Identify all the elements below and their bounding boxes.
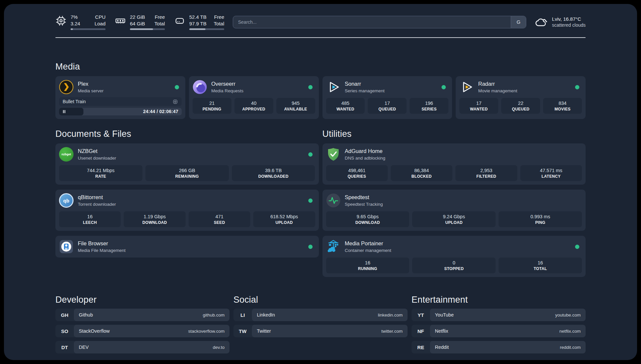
stat-upload: 618.52 Mbps UPLOAD bbox=[253, 211, 315, 227]
app-subtitle: Torrent downloader bbox=[78, 202, 116, 207]
section-title-utilities: Utilities bbox=[322, 129, 586, 139]
portainer-icon bbox=[326, 239, 341, 254]
pause-icon[interactable] bbox=[62, 109, 67, 114]
app-card-nzbget[interactable]: nzbget NZBGet Usenet downloader 744.21 M… bbox=[55, 143, 319, 185]
status-online-dot bbox=[308, 245, 313, 249]
app-card-qbittorrent[interactable]: qb qBittorrent Torrent downloader 16 LEE… bbox=[55, 190, 319, 231]
app-subtitle: Media server bbox=[78, 88, 104, 93]
cpu-load-value: 3.24 bbox=[71, 20, 80, 27]
app-subtitle: Media Requests bbox=[211, 88, 244, 93]
system-metrics: 7% 3.24 CPU Load bbox=[55, 14, 224, 30]
bookmark-stackoverflow[interactable]: SO StackOverflow stackoverflow.com bbox=[55, 325, 229, 337]
now-playing-title: Bullet Train bbox=[63, 99, 86, 104]
header-divider bbox=[55, 37, 586, 38]
app-name: Media Portainer bbox=[345, 240, 391, 247]
app-name: File Browser bbox=[78, 240, 126, 247]
app-subtitle: Container management bbox=[345, 248, 391, 253]
bookmark-github[interactable]: GH Github github.com bbox=[55, 309, 229, 321]
app-subtitle: Series management bbox=[345, 88, 385, 93]
stat-total: 16 TOTAL bbox=[499, 258, 582, 273]
dashboard-panel: 7% 3.24 CPU Load bbox=[4, 4, 637, 360]
cloud-icon bbox=[535, 15, 548, 29]
app-card-plex[interactable]: Plex Media server Bullet Train bbox=[55, 76, 185, 119]
app-subtitle: Speedtest Tracking bbox=[345, 202, 383, 207]
app-subtitle: Media File Management bbox=[78, 248, 126, 253]
bookmark-linkedin[interactable]: LI LinkedIn linkedin.com bbox=[233, 309, 408, 321]
weather-condition: scattered clouds bbox=[552, 22, 586, 28]
stat-pending: 21 PENDING bbox=[193, 98, 231, 114]
stat-queued: 22 QUEUED bbox=[501, 98, 540, 114]
stat-approved: 40 APPROVED bbox=[234, 98, 273, 114]
stat-stopped: 0 STOPPED bbox=[412, 258, 496, 273]
bookmarks-social: Social LI LinkedIn linkedin.com TW Twitt… bbox=[233, 295, 408, 337]
app-name: qBittorrent bbox=[78, 194, 116, 201]
status-online-dot bbox=[575, 85, 579, 89]
bookmark-youtube[interactable]: YT YouTube youtube.com bbox=[412, 309, 586, 321]
weather-widget: Lviv, 16.87°C scattered clouds bbox=[535, 15, 586, 29]
stat-blocked: 86,384 BLOCKED bbox=[391, 165, 452, 181]
filebrowser-icon bbox=[59, 239, 74, 254]
section-title-entertainment: Entertainment bbox=[412, 295, 586, 305]
app-subtitle: DNS and adblocking bbox=[345, 156, 385, 161]
stat-filtered: 2,953 FILTERED bbox=[455, 165, 517, 181]
stat-leech: 16 LEECH bbox=[59, 211, 121, 227]
cpu-icon bbox=[55, 15, 67, 26]
search-bar: G bbox=[233, 16, 526, 28]
app-card-adguard[interactable]: AdGuard Home DNS and adblocking 498,461 … bbox=[322, 143, 586, 185]
ram-total-label: Total bbox=[154, 20, 165, 27]
header: 7% 3.24 CPU Load bbox=[55, 14, 586, 30]
app-card-speedtest[interactable]: Speedtest Speedtest Tracking 9.65 Gbps D… bbox=[322, 190, 586, 231]
adguard-icon bbox=[326, 147, 341, 162]
bookmark-reddit[interactable]: RE Reddit reddit.com bbox=[412, 341, 586, 353]
stat-remaining: 266 GB REMAINING bbox=[145, 165, 229, 181]
bookmarks-entertainment: Entertainment YT YouTube youtube.com NF … bbox=[412, 295, 586, 353]
plex-icon bbox=[59, 80, 74, 94]
app-name: Speedtest bbox=[345, 194, 383, 201]
stat-queued: 17 QUEUED bbox=[368, 98, 407, 114]
stat-download: 1.19 Gbps DOWNLOAD bbox=[124, 211, 185, 227]
app-name: AdGuard Home bbox=[345, 148, 385, 155]
disk-total-label: Total bbox=[214, 20, 224, 27]
stat-ping: 0.993 ms PING bbox=[499, 211, 582, 227]
app-card-overseerr[interactable]: Overseerr Media Requests 21 PENDING 40 A… bbox=[189, 76, 319, 119]
disk-icon bbox=[174, 15, 185, 26]
app-subtitle: Movie management bbox=[478, 88, 517, 93]
ram-icon bbox=[115, 15, 126, 26]
app-name: Sonarr bbox=[345, 81, 385, 87]
stat-series: 196 SERIES bbox=[410, 98, 448, 114]
now-playing-row: Bullet Train bbox=[59, 97, 182, 106]
cpu-usage-value: 7% bbox=[71, 14, 80, 20]
search-engine-button[interactable]: G bbox=[511, 16, 526, 28]
app-card-filebrowser[interactable]: File Browser Media File Management bbox=[55, 236, 319, 258]
stat-running: 16 RUNNING bbox=[326, 258, 410, 273]
stat-movies: 834 MOVIES bbox=[543, 98, 582, 114]
bookmark-twitter[interactable]: TW Twitter twitter.com bbox=[233, 325, 408, 337]
app-card-portainer[interactable]: Media Portainer Container management 16 … bbox=[322, 236, 586, 277]
bookmark-dev[interactable]: DT DEV dev.to bbox=[55, 341, 229, 353]
app-name: NZBGet bbox=[78, 148, 116, 155]
ram-metric: 22 GiB 64 GiB Free Total bbox=[115, 14, 165, 30]
disk-free-value: 52.4 TB bbox=[189, 14, 206, 20]
section-documents: Documents & Files nzbget NZBGet Usenet d… bbox=[55, 129, 319, 258]
speedtest-icon bbox=[326, 193, 341, 208]
stat-download: 9.65 Gbps DOWNLOAD bbox=[326, 211, 410, 227]
section-utilities: Utilities AdGuard Home DNS and adblockin… bbox=[322, 129, 586, 277]
ram-total-value: 64 GiB bbox=[130, 20, 145, 27]
overseerr-icon bbox=[193, 80, 207, 94]
app-card-sonarr[interactable]: Sonarr Series management 485 WANTED 17 Q… bbox=[322, 76, 452, 119]
bookmarks-developer: Developer GH Github github.com SO StackO… bbox=[55, 295, 229, 353]
stat-queries: 498,461 QUERIES bbox=[326, 165, 388, 181]
stat-downloaded: 39.6 TB DOWNLOADED bbox=[232, 165, 315, 181]
weather-location: Lviv, 16.87°C bbox=[552, 16, 586, 22]
cpu-metric: 7% 3.24 CPU Load bbox=[55, 14, 106, 30]
app-name: Plex bbox=[78, 81, 104, 87]
nzbget-icon: nzbget bbox=[59, 147, 74, 162]
section-media: Media Plex Media server Bullet Train bbox=[55, 62, 586, 119]
stat-upload: 9.24 Gbps UPLOAD bbox=[412, 211, 496, 227]
app-card-radarr[interactable]: Radarr Movie management 17 WANTED 22 QUE… bbox=[456, 76, 586, 119]
bookmark-netflix[interactable]: NF Netflix netflix.com bbox=[412, 325, 586, 337]
playback-time: 24:44 / 02:06:47 bbox=[143, 109, 178, 114]
camera-icon[interactable] bbox=[172, 99, 178, 105]
playback-progress-bar[interactable]: 24:44 / 02:06:47 bbox=[59, 108, 182, 115]
search-input[interactable] bbox=[233, 16, 511, 28]
